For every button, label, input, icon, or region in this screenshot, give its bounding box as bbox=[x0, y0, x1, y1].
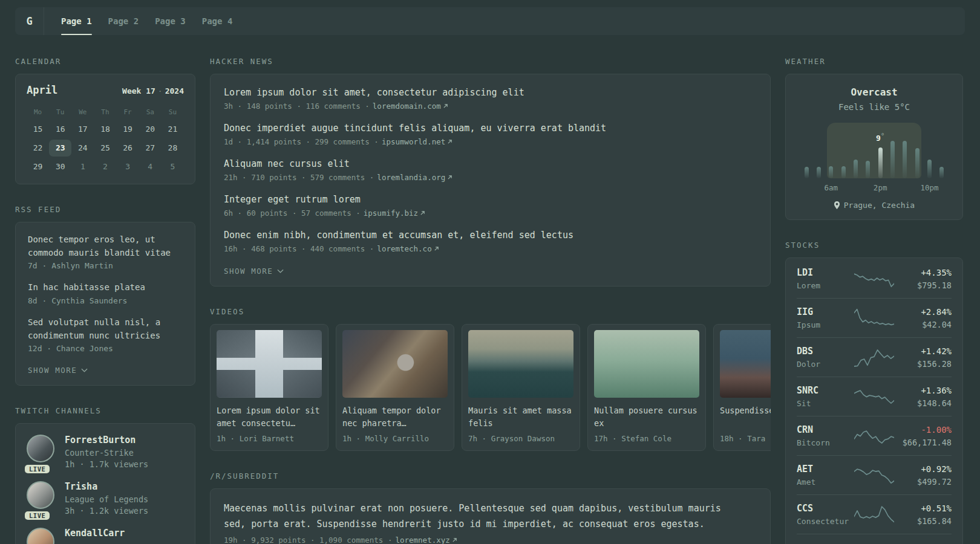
twitch-channel-info: ForrestBurton Counter-Strike 1h · 1.7k v… bbox=[65, 435, 148, 469]
weather-location: Prague, Czechia bbox=[797, 201, 952, 210]
video-thumbnail[interactable] bbox=[217, 330, 322, 398]
videos-widget-title: VIDEOS bbox=[210, 307, 771, 316]
videos-widget: VIDEOS Lorem ipsum dolor sit amet consec… bbox=[210, 307, 771, 451]
stock-name: Dolor bbox=[797, 360, 849, 369]
weather-bar bbox=[841, 166, 846, 178]
video-thumbnail[interactable] bbox=[594, 330, 699, 398]
page-tab[interactable]: Page 3 bbox=[155, 7, 186, 35]
twitch-channel-info: KendallCarr bbox=[65, 528, 125, 544]
stock-sparkline bbox=[854, 307, 894, 329]
twitch-channel-name[interactable]: ForrestBurton bbox=[65, 435, 148, 445]
weather-temp-label: 9° bbox=[876, 132, 884, 143]
rss-item-meta: 7d · Ashlyn Martin bbox=[28, 261, 183, 270]
twitch-channel-info: Trisha League of Legends 3h · 1.2k viewe… bbox=[65, 481, 148, 516]
page-tab[interactable]: Page 2 bbox=[108, 7, 139, 35]
video-card: Suspendisse diam 18h · Tara bbox=[713, 324, 771, 451]
weather-bar bbox=[805, 167, 809, 178]
calendar-day: 20 bbox=[139, 121, 162, 138]
calendar-day: 21 bbox=[162, 121, 184, 138]
calendar-header-row: April Week 17·2024 bbox=[27, 84, 184, 96]
hackernews-item: Aliquam nec cursus elit 21h · 710 points… bbox=[224, 158, 757, 182]
hackernews-item-domain-link[interactable]: loremtech.co bbox=[377, 244, 439, 253]
hackernews-item-domain-link[interactable]: loremdomain.com bbox=[373, 102, 448, 111]
hackernews-item: Integer eget rutrum lorem 6h · 60 points… bbox=[224, 193, 757, 218]
external-link-icon bbox=[420, 210, 425, 216]
stock-identity: SNRC Sit bbox=[797, 385, 849, 408]
video-meta: 1h · Molly Carrillo bbox=[342, 434, 448, 443]
calendar-day: 5 bbox=[162, 158, 184, 175]
video-meta: 17h · Stefan Cole bbox=[594, 434, 699, 443]
weather-bar bbox=[817, 167, 821, 178]
stock-values: -1.00% $66,171.48 bbox=[899, 425, 952, 447]
reddit-post-title[interactable]: Maecenas mollis pulvinar erat non posuer… bbox=[224, 501, 744, 532]
twitch-card: LIVE ForrestBurton Counter-Strike 1h · 1… bbox=[15, 423, 195, 544]
stocks-card: LDI Lorem +4.35% $795.18 bbox=[785, 257, 963, 544]
calendar-widget: CALENDAR April Week 17·2024 MoTuWeThFrSa… bbox=[15, 57, 195, 184]
rss-item-meta: 8d · Cynthia Saunders bbox=[28, 296, 183, 305]
calendar-week-year: Week 17·2024 bbox=[122, 86, 184, 96]
stock-row: SNRC Sit +1.36% $148.64 bbox=[797, 377, 952, 416]
stock-price: $42.04 bbox=[899, 320, 952, 329]
rss-show-more-button[interactable]: SHOW MORE bbox=[28, 366, 88, 375]
stock-identity: CCS Consectetur bbox=[797, 503, 849, 526]
stock-ticker: IIG bbox=[797, 306, 849, 317]
video-title[interactable]: Lorem ipsum dolor sit amet consectetu… bbox=[217, 404, 322, 430]
video-thumbnail[interactable] bbox=[468, 330, 573, 398]
hackernews-show-more-button[interactable]: SHOW MORE bbox=[224, 267, 284, 276]
twitch-channel-name[interactable]: Trisha bbox=[65, 481, 148, 492]
rss-widget: RSS FEED Donec tempor eros leo, ut commo… bbox=[15, 205, 195, 386]
weather-feels-like: Feels like 5°C bbox=[797, 102, 952, 112]
video-title[interactable]: Suspendisse diam bbox=[720, 404, 771, 430]
twitch-widget: TWITCH CHANNELS LIVE ForrestBurton bbox=[15, 406, 195, 544]
hackernews-item-title[interactable]: Integer eget rutrum lorem bbox=[224, 193, 757, 206]
video-thumbnail[interactable] bbox=[342, 330, 448, 398]
twitch-widget-title: TWITCH CHANNELS bbox=[15, 406, 195, 415]
stock-change: +0.51% bbox=[899, 504, 952, 513]
twitch-channel-category[interactable]: Counter-Strike bbox=[65, 448, 148, 458]
rss-item-title[interactable]: In hac habitasse platea bbox=[28, 281, 183, 294]
video-thumbnail[interactable] bbox=[720, 330, 771, 398]
twitch-avatar-wrap: LIVE bbox=[27, 481, 56, 516]
rss-item-title[interactable]: Donec tempor eros leo, ut commodo mauris… bbox=[28, 233, 183, 259]
calendar-weekday: Su bbox=[162, 105, 184, 121]
page-tab[interactable]: Page 1 bbox=[61, 7, 92, 35]
stock-row: CRN Bitcorn -1.00% $66,171.48 bbox=[797, 416, 952, 455]
stock-sparkline bbox=[854, 268, 894, 290]
avatar[interactable] bbox=[27, 481, 54, 509]
twitch-avatar-wrap bbox=[27, 528, 56, 544]
video-title[interactable]: Mauris sit amet massa felis bbox=[468, 404, 573, 430]
stock-identity: CRN Bitcorn bbox=[797, 424, 849, 447]
stock-values: +1.42% $156.28 bbox=[899, 346, 952, 369]
calendar-day: 18 bbox=[94, 121, 116, 138]
hackernews-item-domain-link[interactable]: ipsumify.biz bbox=[364, 209, 425, 218]
rss-item: Donec tempor eros leo, ut commodo mauris… bbox=[28, 233, 183, 270]
stock-values: +4.35% $795.18 bbox=[899, 268, 952, 290]
rss-item-title[interactable]: Sed volutpat nulla nisl, a condimentum n… bbox=[28, 316, 183, 342]
twitch-channel-name[interactable]: KendallCarr bbox=[65, 528, 125, 539]
calendar-widget-title: CALENDAR bbox=[15, 57, 195, 66]
weather-bar bbox=[939, 167, 944, 178]
avatar[interactable] bbox=[27, 435, 54, 462]
hackernews-item-title[interactable]: Donec imperdiet augue tincidunt felis al… bbox=[224, 122, 757, 135]
reddit-post-domain-link[interactable]: loremnet.xyz bbox=[395, 536, 457, 544]
video-title[interactable]: Aliquam tempor dolor nec pharetra… bbox=[342, 404, 448, 430]
calendar-day: 3 bbox=[117, 158, 139, 175]
hackernews-item-title[interactable]: Lorem ipsum dolor sit amet, consectetur … bbox=[224, 86, 757, 99]
weather-time-label: 2pm bbox=[874, 183, 887, 192]
external-link-icon bbox=[452, 537, 457, 543]
video-meta: 1h · Lori Barnett bbox=[217, 434, 322, 443]
avatar[interactable] bbox=[27, 528, 54, 544]
video-title[interactable]: Nullam posuere cursus ex bbox=[594, 404, 699, 430]
stock-name: Sit bbox=[797, 399, 849, 408]
stock-values: +2.84% $42.04 bbox=[899, 307, 952, 329]
stock-row: AHS +0.46% bbox=[797, 534, 952, 544]
twitch-channel-category[interactable]: League of Legends bbox=[65, 494, 148, 504]
hackernews-item-title[interactable]: Aliquam nec cursus elit bbox=[224, 158, 757, 170]
hackernews-item-domain-link[interactable]: loremlandia.org bbox=[377, 173, 452, 182]
stock-identity: IIG Ipsum bbox=[797, 306, 849, 329]
hackernews-item-domain-link[interactable]: ipsumworld.net bbox=[382, 137, 452, 146]
hackernews-item-title[interactable]: Donec enim nibh, condimentum et accumsan… bbox=[224, 229, 757, 242]
weather-bar bbox=[927, 160, 932, 178]
stock-price: $499.72 bbox=[899, 477, 952, 487]
page-tab[interactable]: Page 4 bbox=[202, 7, 233, 35]
